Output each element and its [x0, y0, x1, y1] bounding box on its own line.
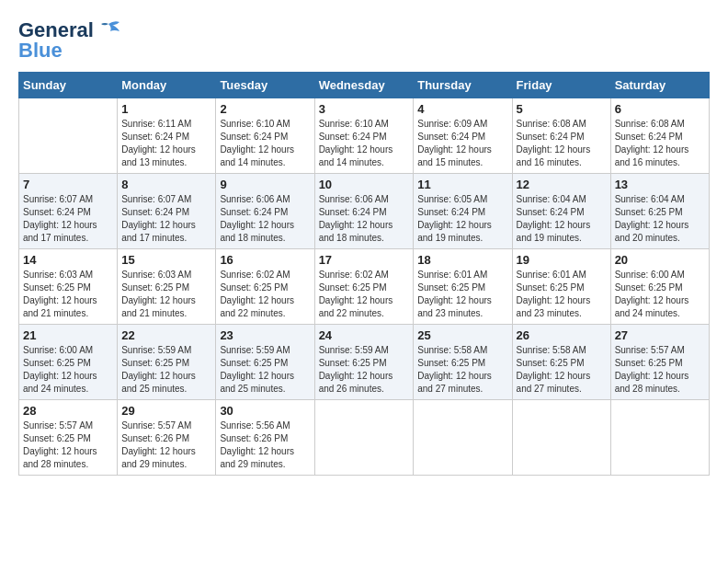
calendar-cell: 16Sunrise: 6:02 AM Sunset: 6:25 PM Dayli… [216, 249, 314, 325]
calendar-day-header: Monday [118, 73, 216, 98]
calendar-cell: 14Sunrise: 6:03 AM Sunset: 6:25 PM Dayli… [19, 249, 118, 325]
calendar-cell: 7Sunrise: 6:07 AM Sunset: 6:24 PM Daylig… [19, 174, 118, 249]
calendar-table: SundayMondayTuesdayWednesdayThursdayFrid… [18, 72, 710, 476]
day-number: 27 [615, 328, 705, 342]
day-info: Sunrise: 6:07 AM Sunset: 6:24 PM Dayligh… [121, 193, 211, 245]
calendar-cell: 26Sunrise: 5:58 AM Sunset: 6:25 PM Dayli… [512, 325, 610, 400]
day-number: 2 [220, 102, 310, 116]
day-number: 13 [615, 178, 705, 191]
day-number: 14 [23, 253, 113, 267]
day-number: 19 [517, 253, 607, 267]
calendar-cell: 8Sunrise: 6:07 AM Sunset: 6:24 PM Daylig… [118, 174, 216, 249]
calendar-cell: 4Sunrise: 6:09 AM Sunset: 6:24 PM Daylig… [414, 98, 512, 174]
logo-blue: Blue [18, 39, 63, 63]
calendar-week-row: 28Sunrise: 5:57 AM Sunset: 6:25 PM Dayli… [19, 400, 710, 476]
day-info: Sunrise: 5:59 AM Sunset: 6:25 PM Dayligh… [220, 344, 310, 396]
calendar-cell: 9Sunrise: 6:06 AM Sunset: 6:24 PM Daylig… [216, 174, 314, 249]
calendar-week-row: 1Sunrise: 6:11 AM Sunset: 6:24 PM Daylig… [19, 98, 710, 174]
day-info: Sunrise: 6:01 AM Sunset: 6:25 PM Dayligh… [417, 269, 507, 320]
day-info: Sunrise: 5:58 AM Sunset: 6:25 PM Dayligh… [517, 344, 607, 396]
day-info: Sunrise: 6:01 AM Sunset: 6:25 PM Dayligh… [517, 269, 607, 320]
day-info: Sunrise: 6:04 AM Sunset: 6:25 PM Dayligh… [615, 193, 705, 245]
day-info: Sunrise: 5:57 AM Sunset: 6:25 PM Dayligh… [615, 344, 705, 396]
day-info: Sunrise: 6:08 AM Sunset: 6:24 PM Dayligh… [615, 118, 705, 169]
calendar-cell: 30Sunrise: 5:56 AM Sunset: 6:26 PM Dayli… [216, 400, 314, 476]
calendar-week-row: 14Sunrise: 6:03 AM Sunset: 6:25 PM Dayli… [19, 249, 710, 325]
calendar-cell: 10Sunrise: 6:06 AM Sunset: 6:24 PM Dayli… [314, 174, 414, 249]
day-info: Sunrise: 5:59 AM Sunset: 6:25 PM Dayligh… [319, 344, 410, 396]
day-info: Sunrise: 6:00 AM Sunset: 6:25 PM Dayligh… [615, 269, 705, 320]
day-info: Sunrise: 6:06 AM Sunset: 6:24 PM Dayligh… [220, 193, 310, 245]
calendar-cell [19, 98, 118, 174]
day-info: Sunrise: 6:08 AM Sunset: 6:24 PM Dayligh… [517, 118, 607, 169]
calendar-cell: 23Sunrise: 5:59 AM Sunset: 6:25 PM Dayli… [216, 325, 314, 400]
calendar-week-row: 21Sunrise: 6:00 AM Sunset: 6:25 PM Dayli… [19, 325, 710, 400]
calendar-cell: 22Sunrise: 5:59 AM Sunset: 6:25 PM Dayli… [118, 325, 216, 400]
day-info: Sunrise: 6:03 AM Sunset: 6:25 PM Dayligh… [23, 269, 113, 320]
calendar-cell: 1Sunrise: 6:11 AM Sunset: 6:24 PM Daylig… [118, 98, 216, 174]
calendar-cell: 25Sunrise: 5:58 AM Sunset: 6:25 PM Dayli… [414, 325, 512, 400]
day-number: 5 [517, 102, 607, 116]
calendar-cell: 5Sunrise: 6:08 AM Sunset: 6:24 PM Daylig… [512, 98, 610, 174]
calendar-cell: 27Sunrise: 5:57 AM Sunset: 6:25 PM Dayli… [610, 325, 709, 400]
day-number: 25 [417, 328, 507, 342]
calendar-week-row: 7Sunrise: 6:07 AM Sunset: 6:24 PM Daylig… [19, 174, 710, 249]
calendar-cell: 12Sunrise: 6:04 AM Sunset: 6:24 PM Dayli… [512, 174, 610, 249]
day-number: 11 [417, 178, 507, 191]
calendar-header-row: SundayMondayTuesdayWednesdayThursdayFrid… [19, 73, 710, 98]
day-number: 15 [121, 253, 211, 267]
calendar-cell: 24Sunrise: 5:59 AM Sunset: 6:25 PM Dayli… [314, 325, 414, 400]
calendar-cell: 2Sunrise: 6:10 AM Sunset: 6:24 PM Daylig… [216, 98, 314, 174]
day-info: Sunrise: 6:04 AM Sunset: 6:24 PM Dayligh… [517, 193, 607, 245]
day-info: Sunrise: 6:02 AM Sunset: 6:25 PM Dayligh… [220, 269, 310, 320]
calendar-cell [512, 400, 610, 476]
day-number: 24 [319, 328, 410, 342]
calendar-cell: 3Sunrise: 6:10 AM Sunset: 6:24 PM Daylig… [314, 98, 414, 174]
day-info: Sunrise: 6:00 AM Sunset: 6:25 PM Dayligh… [23, 344, 113, 396]
calendar-cell: 13Sunrise: 6:04 AM Sunset: 6:25 PM Dayli… [610, 174, 709, 249]
day-number: 20 [615, 253, 705, 267]
day-number: 3 [319, 102, 410, 116]
day-info: Sunrise: 5:56 AM Sunset: 6:26 PM Dayligh… [220, 419, 310, 471]
day-info: Sunrise: 6:05 AM Sunset: 6:24 PM Dayligh… [417, 193, 507, 245]
day-info: Sunrise: 6:06 AM Sunset: 6:24 PM Dayligh… [319, 193, 410, 245]
day-number: 23 [220, 328, 310, 342]
day-number: 29 [121, 404, 211, 418]
day-number: 1 [121, 102, 211, 116]
day-number: 16 [220, 253, 310, 267]
calendar-cell: 17Sunrise: 6:02 AM Sunset: 6:25 PM Dayli… [314, 249, 414, 325]
calendar-day-header: Thursday [414, 73, 512, 98]
calendar-day-header: Sunday [19, 73, 118, 98]
day-info: Sunrise: 6:02 AM Sunset: 6:25 PM Dayligh… [319, 269, 410, 320]
day-info: Sunrise: 5:57 AM Sunset: 6:25 PM Dayligh… [23, 419, 113, 471]
calendar-cell [610, 400, 709, 476]
day-number: 9 [220, 178, 310, 191]
day-number: 21 [23, 328, 113, 342]
calendar-day-header: Wednesday [314, 73, 414, 98]
day-number: 18 [417, 253, 507, 267]
day-info: Sunrise: 6:03 AM Sunset: 6:25 PM Dayligh… [121, 269, 211, 320]
day-number: 10 [319, 178, 410, 191]
page-header: General Blue [18, 18, 710, 63]
day-number: 4 [417, 102, 507, 116]
calendar-cell: 6Sunrise: 6:08 AM Sunset: 6:24 PM Daylig… [610, 98, 709, 174]
calendar-cell: 29Sunrise: 5:57 AM Sunset: 6:26 PM Dayli… [118, 400, 216, 476]
calendar-day-header: Saturday [610, 73, 709, 98]
logo-bird-icon [96, 20, 121, 40]
day-info: Sunrise: 6:11 AM Sunset: 6:24 PM Dayligh… [121, 118, 211, 169]
calendar-cell: 28Sunrise: 5:57 AM Sunset: 6:25 PM Dayli… [19, 400, 118, 476]
calendar-cell: 21Sunrise: 6:00 AM Sunset: 6:25 PM Dayli… [19, 325, 118, 400]
day-number: 22 [121, 328, 211, 342]
logo: General Blue [18, 18, 121, 63]
calendar-cell: 20Sunrise: 6:00 AM Sunset: 6:25 PM Dayli… [610, 249, 709, 325]
day-info: Sunrise: 5:58 AM Sunset: 6:25 PM Dayligh… [417, 344, 507, 396]
calendar-day-header: Tuesday [216, 73, 314, 98]
day-info: Sunrise: 6:07 AM Sunset: 6:24 PM Dayligh… [23, 193, 113, 245]
calendar-cell: 11Sunrise: 6:05 AM Sunset: 6:24 PM Dayli… [414, 174, 512, 249]
day-number: 12 [517, 178, 607, 191]
day-number: 6 [615, 102, 705, 116]
day-number: 7 [23, 178, 113, 191]
calendar-cell [414, 400, 512, 476]
day-info: Sunrise: 6:09 AM Sunset: 6:24 PM Dayligh… [417, 118, 507, 169]
day-number: 28 [23, 404, 113, 418]
